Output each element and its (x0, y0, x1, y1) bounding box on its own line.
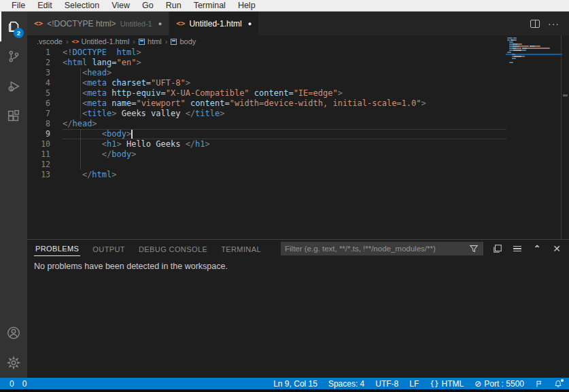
panel-menu-icon[interactable] (512, 243, 523, 254)
minimap[interactable] (507, 37, 561, 64)
panel-tab-output[interactable]: OUTPUT (91, 242, 126, 256)
code-editor[interactable]: 1<!DOCTYPE html>2<html lang="en">3 <head… (27, 48, 569, 239)
panel-tab-debug-console[interactable]: DEBUG CONSOLE (137, 242, 209, 256)
breadcrumb-separator: › (133, 37, 135, 46)
line-number[interactable]: 8 (27, 119, 63, 129)
html-file-icon: <> (176, 19, 185, 28)
line-text: </html> (63, 170, 506, 180)
code-line-13: 13 </html> (27, 170, 569, 180)
cursor-position[interactable]: Ln 9, Col 15 (273, 379, 317, 389)
open-in-editor-icon[interactable] (492, 243, 503, 254)
tab-label: Untitled-1.html (189, 19, 241, 29)
line-number[interactable]: 3 (27, 68, 63, 78)
notifications-bell-icon[interactable] (554, 380, 562, 388)
breadcrumb: .vscode›<>Untitled-1.html›html›body (27, 35, 569, 48)
line-number[interactable]: 4 (27, 78, 63, 88)
symbol-element-icon (139, 39, 145, 45)
line-text: <meta name="viewport" content="width=dev… (63, 99, 506, 109)
line-number[interactable]: 13 (27, 170, 63, 180)
symbol-element-icon (171, 39, 177, 45)
line-text: <title> Geeks valley </title> (63, 109, 506, 119)
run-debug-icon[interactable] (0, 71, 27, 101)
indent-guide (80, 160, 81, 170)
breadcrumb-item--vscode[interactable]: .vscode (37, 37, 63, 46)
text-cursor (131, 130, 133, 139)
window-bottom-edge (0, 389, 569, 392)
overview-ruler-divider (561, 35, 562, 239)
feedback-flag-icon[interactable] (535, 380, 543, 388)
code-line-1: 1<!DOCTYPE html> (27, 48, 569, 58)
activity-bar: 2 (0, 12, 27, 378)
source-control-icon[interactable] (0, 41, 27, 71)
line-number[interactable]: 1 (27, 48, 63, 58)
panel-header: PROBLEMSOUTPUTDEBUG CONSOLETERMINAL (27, 240, 569, 257)
line-text: <meta http-equiv="X-UA-Compatible" conte… (63, 88, 506, 99)
menu-item-terminal[interactable]: Terminal (188, 1, 232, 10)
breadcrumb-item-untitled-1-html[interactable]: <>Untitled-1.html (72, 37, 130, 46)
menu-item-file[interactable]: File (5, 1, 31, 10)
indent-guide (80, 139, 81, 149)
dirty-indicator-icon[interactable]: ● (248, 20, 252, 27)
explorer-icon[interactable]: 2 (0, 12, 27, 41)
line-text: <body> (63, 129, 506, 139)
encoding[interactable]: UTF-8 (375, 379, 398, 389)
breadcrumb-separator: › (165, 37, 168, 46)
menu-bar: FileEditSelectionViewGoRunTerminalHelp (0, 0, 569, 12)
language-mode[interactable]: {} HTML (430, 379, 464, 389)
menu-item-edit[interactable]: Edit (31, 1, 58, 10)
braces-icon: {} (430, 379, 438, 388)
line-number[interactable]: 12 (27, 160, 63, 170)
menu-item-view[interactable]: View (105, 1, 136, 10)
line-number[interactable]: 10 (27, 139, 63, 149)
code-line-6: 6 <meta name="viewport" content="width=d… (27, 99, 569, 109)
filter-input[interactable] (285, 245, 468, 253)
filter-funnel-icon[interactable] (468, 243, 479, 254)
indent-guide (80, 99, 81, 109)
line-text: <!DOCTYPE html> (63, 48, 506, 58)
menu-item-run[interactable]: Run (160, 1, 188, 10)
tab-label: <!DOCTYPE html> (47, 19, 116, 29)
line-text: </body> (63, 149, 506, 160)
menu-item-help[interactable]: Help (232, 1, 262, 10)
indentation[interactable]: Spaces: 4 (328, 379, 364, 389)
scrollbar-cursor-marker[interactable] (563, 94, 568, 96)
line-number[interactable]: 9 (27, 129, 63, 139)
account-icon[interactable] (0, 318, 27, 348)
line-number[interactable]: 7 (27, 109, 63, 119)
indent-guide (80, 149, 81, 160)
code-line-11: 11 </body> (27, 149, 569, 160)
settings-gear-icon[interactable] (0, 348, 27, 378)
code-line-9: 9 <body> (27, 129, 569, 139)
code-line-8: 8</head> (27, 119, 569, 129)
line-text: <html lang="en"> (63, 58, 506, 68)
html-file-icon: <> (72, 38, 80, 45)
panel-tab-problems[interactable]: PROBLEMS (34, 241, 80, 256)
line-number[interactable]: 6 (27, 99, 63, 109)
notification-badge (561, 379, 564, 382)
maximize-panel-icon[interactable]: ⌃ (532, 243, 542, 254)
port-slash-icon: ⊘ (475, 379, 481, 389)
line-number[interactable]: 2 (27, 58, 63, 68)
menu-item-selection[interactable]: Selection (58, 1, 105, 10)
extensions-icon[interactable] (0, 101, 27, 131)
close-panel-icon[interactable]: ✕ (551, 243, 562, 254)
line-text: <h1> Hello Geeks </h1> (63, 139, 506, 149)
eol-sequence[interactable]: LF (409, 379, 419, 389)
line-number[interactable]: 5 (27, 88, 63, 99)
breadcrumb-item-html[interactable]: html (139, 37, 162, 46)
problems-message: No problems have been detected in the wo… (27, 257, 569, 378)
editor-tab[interactable]: <>Untitled-1.html● (169, 12, 259, 35)
line-text: <head> (63, 68, 506, 78)
breadcrumb-item-body[interactable]: body (171, 37, 196, 46)
menu-item-go[interactable]: Go (136, 1, 160, 10)
live-server-port[interactable]: ⊘ Port : 5500 (475, 379, 524, 389)
split-editor-icon[interactable] (530, 20, 540, 28)
dirty-indicator-icon[interactable]: ● (158, 20, 162, 27)
line-number[interactable]: 11 (27, 149, 63, 160)
panel-tab-terminal[interactable]: TERMINAL (220, 242, 262, 256)
editor-tab[interactable]: <><!DOCTYPE html>Untitled-1● (27, 12, 169, 35)
line-text (63, 160, 506, 170)
vscode-window: FileEditSelectionViewGoRunTerminalHelp 2 (0, 0, 569, 392)
more-actions-icon[interactable]: ··· (548, 18, 559, 29)
errors-warnings[interactable]: 0 0 (7, 379, 27, 389)
